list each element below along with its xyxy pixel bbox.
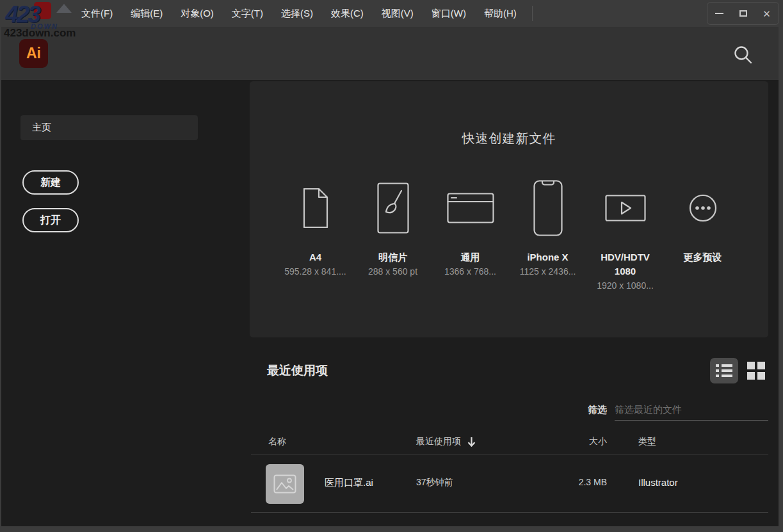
video-play-icon: [605, 176, 646, 240]
menu-bar: 文件(F) 编辑(E) 对象(O) 文字(T) 选择(S) 效果(C) 视图(V…: [0, 0, 533, 27]
menu-separator: [532, 6, 533, 21]
preset-dims: 595.28 x 841....: [284, 266, 346, 277]
column-header-recent-label: 最近使用项: [416, 436, 461, 447]
maximize-icon: [739, 10, 747, 17]
close-icon: ✕: [763, 9, 771, 19]
quick-create-title: 快速创建新文件: [250, 130, 768, 147]
sort-down-arrow-icon: [467, 437, 476, 447]
grid-view-icon: [747, 362, 765, 380]
column-header-recent[interactable]: 最近使用项: [416, 436, 476, 447]
minimize-icon: [715, 13, 723, 14]
preset-dims: 1366 x 768...: [444, 266, 496, 277]
file-type: Illustrator: [638, 477, 678, 488]
close-button[interactable]: ✕: [755, 3, 779, 24]
file-name: 医用口罩.ai: [325, 477, 373, 489]
preset-dims: 1125 x 2436...: [520, 266, 576, 277]
preset-more[interactable]: 更多预设: [664, 176, 741, 291]
preset-web[interactable]: 通用 1366 x 768...: [432, 176, 509, 291]
search-icon: [733, 45, 752, 64]
paintbrush-card-icon: [377, 176, 409, 240]
main-content: 主页 新建 打开 快速创建新文件 A4 595.28 x 841....: [1, 80, 779, 526]
preset-dims: 288 x 560 pt: [368, 266, 417, 277]
open-button[interactable]: 打开: [22, 208, 79, 232]
column-header-type: 类型: [638, 436, 656, 447]
preset-name: 更多预设: [684, 250, 722, 264]
filter-label: 筛选: [588, 404, 607, 416]
illustrator-logo-icon: Ai: [19, 39, 48, 68]
app-header: Ai: [1, 27, 779, 80]
preset-name: 通用: [461, 250, 480, 264]
image-placeholder-icon: [273, 474, 296, 494]
preset-dims: 1920 x 1080...: [597, 280, 654, 291]
menu-window[interactable]: 窗口(W): [423, 0, 475, 27]
window-controls: ✕: [707, 2, 779, 25]
search-button[interactable]: [732, 44, 753, 65]
sidebar-home-label: 主页: [32, 122, 51, 134]
filter-input[interactable]: [615, 399, 768, 421]
list-view-toggle[interactable]: [710, 358, 738, 383]
preset-name: HDV/HDTV 1080: [593, 250, 658, 278]
file-size: 2.3 MB: [539, 477, 607, 487]
menu-object[interactable]: 对象(O): [172, 0, 223, 27]
menu-edit[interactable]: 编辑(E): [122, 0, 172, 27]
table-row[interactable]: 医用口罩.ai 37秒钟前 2.3 MB Illustrator: [251, 455, 768, 512]
file-thumbnail: [266, 464, 304, 504]
new-button[interactable]: 新建: [22, 170, 79, 195]
preset-iphone-x[interactable]: iPhone X 1125 x 2436...: [509, 176, 586, 291]
table-row-divider: [251, 512, 768, 513]
menu-file[interactable]: 文件(F): [72, 0, 122, 27]
preset-a4[interactable]: A4 595.28 x 841....: [277, 176, 354, 291]
menu-select[interactable]: 选择(S): [272, 0, 322, 27]
preset-name: 明信片: [378, 250, 407, 264]
preset-postcard[interactable]: 明信片 288 x 560 pt: [354, 176, 432, 291]
list-view-icon: [716, 364, 732, 378]
grid-view-toggle[interactable]: [746, 362, 766, 380]
browser-window-icon: [447, 176, 494, 240]
recent-section-title: 最近使用项: [267, 362, 328, 379]
phone-icon: [533, 176, 563, 240]
quick-create-panel: 快速创建新文件 A4 595.28 x 841....: [250, 81, 768, 337]
menu-type[interactable]: 文字(T): [223, 0, 272, 27]
file-recent-time: 37秒钟前: [416, 477, 453, 488]
menu-view[interactable]: 视图(V): [373, 0, 423, 27]
more-ellipsis-icon: [689, 176, 717, 240]
preset-name: iPhone X: [527, 250, 568, 264]
maximize-button[interactable]: [731, 3, 755, 24]
menu-help[interactable]: 帮助(H): [475, 0, 526, 27]
preset-row: A4 595.28 x 841.... 明信片 288 x 560 pt: [250, 176, 768, 291]
sidebar-item-home[interactable]: 主页: [20, 115, 198, 140]
document-icon: [301, 176, 330, 240]
minimize-button[interactable]: [707, 3, 731, 24]
title-bar: 文件(F) 编辑(E) 对象(O) 文字(T) 选择(S) 效果(C) 视图(V…: [0, 0, 783, 27]
preset-hdv[interactable]: HDV/HDTV 1080 1920 x 1080...: [586, 176, 664, 291]
column-header-name: 名称: [268, 436, 286, 447]
column-header-size: 大小: [539, 436, 607, 447]
menu-effect[interactable]: 效果(C): [322, 0, 373, 27]
preset-name: A4: [309, 250, 321, 264]
